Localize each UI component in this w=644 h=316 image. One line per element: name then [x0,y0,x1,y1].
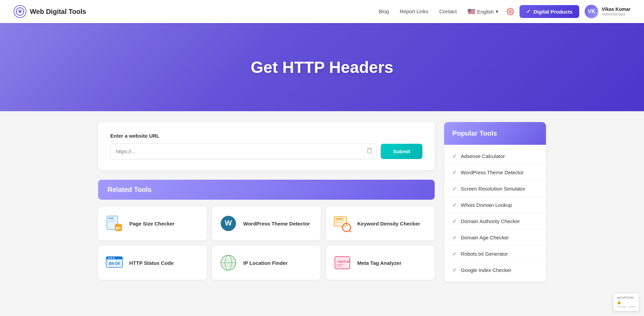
popular-item-label: Domain Age Checker [461,235,509,240]
tool-card-meta-tag[interactable]: <meta> Meta Tag Analyzer [326,246,435,280]
svg-point-22 [108,257,110,259]
logo[interactable]: Web Digital Tools [14,5,86,18]
content-area: Enter a website URL Submit Related Tools [98,122,435,281]
popular-item-google-index[interactable]: ✓ Google Index Checker [444,262,546,278]
popular-item-screen-resolution[interactable]: ✓ Screen Resolution Simulator [444,181,546,197]
url-input-wrapper [110,143,377,159]
popular-tools-card: Popular Tools ✓ Adsense Calculator ✓ Wor… [444,122,546,281]
user-role: Administrator [602,12,630,17]
ip-location-icon [219,253,238,272]
tool-name-wordpress: WordPress Theme Detector [243,220,310,227]
tools-grid: px Page Size Checker W WordPress Theme D… [98,206,435,280]
header: Web Digital Tools Blog Report Links Cont… [0,0,644,23]
nav-report-links[interactable]: Report Links [400,8,428,14]
popular-item-label: Robots.txt Generator [461,251,508,257]
gear-icon [507,8,514,15]
popular-item-domain-age[interactable]: ✓ Domain Age Checker [444,230,546,246]
svg-point-24 [113,257,114,259]
svg-rect-17 [336,222,342,223]
check-icon: ✓ [452,185,457,192]
popular-tools-list: ✓ Adsense Calculator ✓ WordPress Theme D… [444,145,546,281]
settings-button[interactable] [507,8,514,15]
popular-item-adsense[interactable]: ✓ Adsense Calculator [444,148,546,164]
language-label: English [477,9,494,15]
popular-item-label: Screen Resolution Simulator [461,186,525,192]
check-circle-icon: ✓ [526,8,531,15]
tool-card-keyword-density[interactable]: Keyword Density Checker [326,206,435,240]
popular-tools-header: Popular Tools [444,122,546,145]
hero-banner: Get HTTP Headers [0,23,644,111]
tool-name-meta-tag: Meta Tag Analyzer [357,259,401,266]
check-icon: ✓ [452,234,457,241]
svg-rect-15 [336,218,343,219]
popular-item-robots[interactable]: ✓ Robots.txt Generator [444,246,546,262]
flag-icon: 🇺🇸 [468,8,475,15]
check-icon: ✓ [452,169,457,176]
svg-rect-14 [334,217,346,226]
check-icon: ✓ [452,218,457,224]
clipboard-icon[interactable] [366,147,373,155]
popular-item-domain-authority[interactable]: ✓ Domain Authority Checker [444,213,546,230]
url-input-label: Enter a website URL [110,133,422,139]
tool-name-ip-location: IP Location Finder [243,259,288,266]
popular-tools-title: Popular Tools [452,130,497,137]
popular-item-label: Domain Authority Checker [461,218,520,224]
related-tools-header: Related Tools [98,180,435,200]
svg-text:W: W [225,219,232,227]
tool-name-http-status: HTTP Status Code [129,259,174,266]
check-icon: ✓ [452,251,457,257]
check-icon: ✓ [452,202,457,208]
user-name: Vikas Kumar [602,6,630,12]
check-icon: ✓ [452,267,457,273]
svg-point-3 [510,11,512,13]
tool-name-page-size: Page Size Checker [129,220,174,227]
popular-item-wordpress[interactable]: ✓ WordPress Theme Detector [444,164,546,181]
url-input[interactable] [110,143,377,159]
svg-text:<meta>: <meta> [337,259,351,264]
page-size-icon: px [105,214,124,233]
svg-rect-7 [108,220,116,220]
svg-point-23 [111,257,112,259]
popular-item-label: WordPress Theme Detector [461,170,524,175]
url-input-row: Submit [110,143,422,159]
user-info: Vikas Kumar Administrator [602,6,630,17]
svg-rect-8 [108,221,114,222]
check-icon: ✓ [452,153,457,159]
popular-item-label: Whois Domain Lookup [461,202,512,208]
nav-contact[interactable]: Contact [439,8,457,14]
digital-products-button[interactable]: ✓ Digital Products [519,5,579,18]
keyword-density-icon [333,214,352,233]
tool-card-http-status[interactable]: 200 OK HTTP Status Code [98,246,207,280]
digital-products-label: Digital Products [533,9,572,15]
language-selector[interactable]: 🇺🇸 English ▾ [468,8,498,15]
svg-text:200 OK: 200 OK [109,262,120,265]
svg-text:px: px [116,225,121,230]
svg-rect-6 [108,218,114,219]
logo-text: Web Digital Tools [30,8,86,16]
user-area[interactable]: VK Vikas Kumar Administrator [585,5,630,18]
popular-item-label: Google Index Checker [461,267,511,273]
logo-icon [14,5,26,18]
tool-name-keyword-density: Keyword Density Checker [357,220,420,227]
main-content: Enter a website URL Submit Related Tools [84,111,560,292]
tool-card-page-size[interactable]: px Page Size Checker [98,206,207,240]
meta-tag-icon: <meta> [333,253,352,272]
nav-links: Blog Report Links Contact [379,8,457,15]
popular-item-whois[interactable]: ✓ Whois Domain Lookup [444,197,546,213]
tool-card-wordpress[interactable]: W WordPress Theme Detector [212,206,321,240]
tool-card-ip-location[interactable]: IP Location Finder [212,246,321,280]
page-title: Get HTTP Headers [251,58,394,77]
related-tools-title: Related Tools [108,186,152,193]
svg-rect-4 [368,148,371,149]
svg-rect-33 [336,264,344,265]
avatar: VK [585,5,598,18]
svg-rect-16 [336,220,344,221]
popular-item-label: Adsense Calculator [461,153,505,159]
svg-line-19 [349,230,351,232]
http-status-icon: 200 OK [105,253,124,272]
chevron-down-icon: ▾ [496,8,498,15]
url-input-card: Enter a website URL Submit [98,122,435,170]
submit-button[interactable]: Submit [381,144,422,159]
sidebar: Popular Tools ✓ Adsense Calculator ✓ Wor… [444,122,546,281]
nav-blog[interactable]: Blog [379,8,389,14]
